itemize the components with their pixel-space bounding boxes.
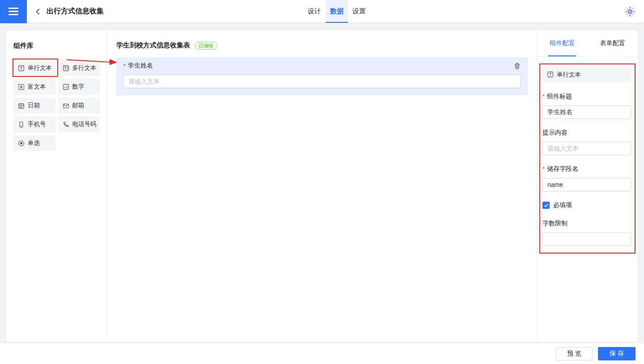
component-item-date[interactable]: 日期 [13,97,55,114]
telephone-icon [63,121,69,128]
label-text: 储存字段名 [547,165,578,173]
component-item-rich-text[interactable]: 富文本 [13,79,55,95]
form-title: 学生到校方式信息收集表 [116,41,190,50]
rich-text-icon [18,84,25,90]
component-grid: 单行文本 多行文本 富文本 123 [13,60,100,151]
component-item-label: 富文本 [28,83,46,91]
char-limit-input[interactable] [542,233,631,246]
required-asterisk: * [542,93,545,99]
component-item-label: 数字 [72,83,85,91]
storage-field-name-input[interactable] [542,178,631,191]
component-item-label: 邮箱 [72,102,85,110]
required-asterisk: * [123,63,126,69]
save-button[interactable]: 保 存 [598,347,636,360]
field-text-input[interactable] [123,75,521,88]
edited-status-badge: 已编辑 [195,42,217,50]
component-item-number[interactable]: 123 数字 [58,79,100,95]
sidebar-title: 组件库 [13,42,100,49]
back-button[interactable] [34,8,42,15]
tab-settings[interactable]: 设置 [348,0,370,23]
app-logo-icon [624,5,636,18]
label-text: 组件标题 [547,93,572,101]
hint-content-input[interactable] [542,142,631,155]
single-line-text-icon [18,65,25,72]
required-checkbox[interactable] [542,202,550,209]
hamburger-menu-button[interactable] [0,0,27,23]
radio-icon [18,140,25,147]
component-item-telephone[interactable]: 电话号码 [58,116,100,132]
component-title-label: * 组件标题 [542,93,631,100]
label-text: 提示内容 [542,129,568,137]
tab-form-config[interactable]: 表单配置 [588,30,638,56]
component-item-label: 单选 [28,139,40,147]
mobile-phone-icon [18,121,25,128]
main-panel: 组件库 单行文本 多行文本 [6,30,638,342]
hint-content-label: 提示内容 [542,129,631,136]
tab-component-config[interactable]: 组件配置 [537,30,588,56]
preview-button[interactable]: 预 览 [556,347,593,360]
checkmark-icon [544,203,549,208]
form-canvas: 学生到校方式信息收集表 已编辑 * 学生姓名 [107,30,537,342]
tab-design[interactable]: 设计 [303,0,326,23]
number-icon: 123 [63,84,69,90]
single-line-text-icon [547,71,554,78]
component-item-multiline-text[interactable]: 多行文本 [58,60,100,76]
email-icon [63,102,69,109]
component-item-label: 电话号码 [72,120,97,128]
canvas-header: 学生到校方式信息收集表 已编辑 [116,41,528,50]
char-limit-label: 字数限制 [542,220,631,227]
field-label: 学生姓名 [128,62,153,70]
component-item-email[interactable]: 邮箱 [58,97,100,114]
component-type-label: 单行文本 [557,71,581,79]
config-panel: 组件配置 表单配置 单行文本 * 组件标题 提示内容 [537,30,638,342]
page-title: 出行方式信息收集 [47,7,104,16]
label-text: 字数限制 [542,220,568,228]
component-title-input[interactable] [542,106,631,119]
component-type-header: 单行文本 [542,67,631,82]
storage-field-name-label: * 储存字段名 [542,165,631,172]
topbar: 出行方式信息收集 设计 数据 设置 [0,0,644,23]
required-checkbox-row[interactable]: 必填项 [542,202,631,209]
hamburger-icon [8,8,18,9]
form-field-card[interactable]: * 学生姓名 [116,57,528,95]
multiline-text-icon [63,65,69,72]
config-tabs: 组件配置 表单配置 [537,30,638,57]
field-label-row: * 学生姓名 [123,62,521,69]
component-item-label: 日期 [28,102,40,110]
component-library-sidebar: 组件库 单行文本 多行文本 [6,30,107,342]
date-icon [18,102,25,109]
svg-text:123: 123 [64,85,68,88]
component-item-single-line-text[interactable]: 单行文本 [13,60,55,76]
back-chevron-icon [34,8,42,15]
delete-field-button[interactable] [514,63,521,70]
component-item-radio[interactable]: 单选 [13,135,55,151]
component-item-label: 单行文本 [28,64,52,72]
component-item-mobile-phone[interactable]: 手机号 [13,116,55,132]
config-body: 单行文本 * 组件标题 提示内容 * 储存字段名 [537,57,638,256]
component-item-label: 多行文本 [72,64,97,72]
required-asterisk: * [542,166,545,172]
component-item-label: 手机号 [28,120,46,128]
trash-icon [514,63,521,70]
page-background: 组件库 单行文本 多行文本 [0,23,644,343]
footer-bar: 预 览 保 存 [0,343,644,364]
hamburger-icon [8,14,18,15]
hamburger-icon [8,11,18,12]
required-checkbox-label: 必填项 [553,201,572,209]
topbar-tabs: 设计 数据 设置 [303,0,370,23]
tab-data[interactable]: 数据 [326,0,348,23]
